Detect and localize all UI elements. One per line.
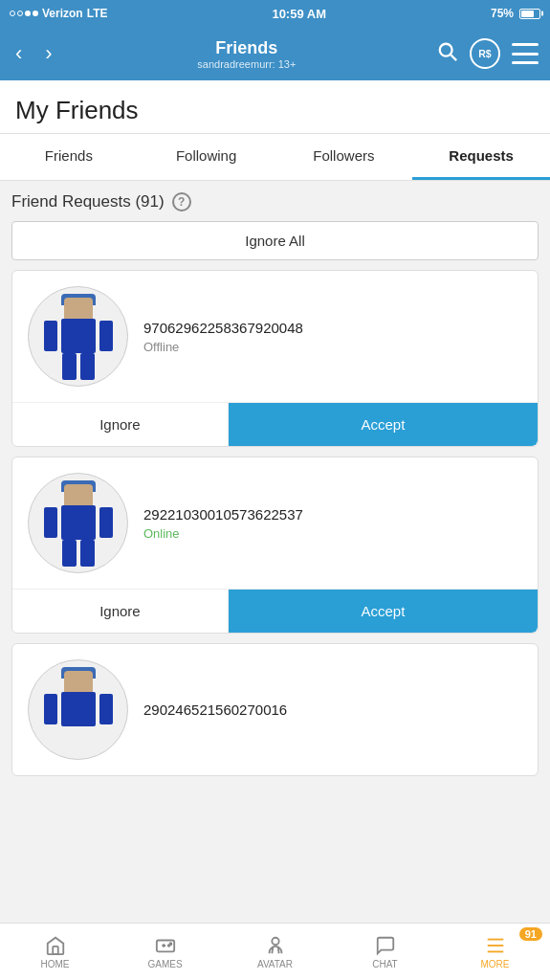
tab-following[interactable]: Following [138,134,275,180]
request-username-3: 290246521560270016 [143,702,522,718]
dot2 [17,11,23,16]
tab-friends[interactable]: Friends [0,134,138,180]
request-card-3-partial: 290246521560270016 [11,643,539,776]
accept-button-1[interactable]: Accept [229,403,538,446]
nav-games-label: GAMES [147,959,182,969]
request-details-2: 29221030010573622537 Online [143,506,522,541]
ignore-button-1[interactable]: Ignore [12,403,229,446]
page-title: My Friends [0,80,550,134]
menu-line2 [512,53,539,56]
svg-line-9 [277,947,278,952]
roblox-figure-3 [40,667,117,753]
roblox-figure-1 [40,294,117,380]
nav-chat[interactable]: CHAT [330,924,440,980]
request-info-2: 29221030010573622537 Online [12,457,538,589]
chat-icon [375,935,396,956]
avatar-icon [265,935,286,956]
status-bar: Verizon LTE 10:59 AM 75% [0,0,550,27]
request-actions-2: Ignore Accept [12,589,538,633]
request-card-2: 29221030010573622537 Online Ignore Accep… [11,457,539,634]
nav-more[interactable]: MORE 91 [440,924,550,980]
header: ‹ › Friends sandradreemurr: 13+ R$ [0,27,550,80]
page-header-title: Friends [197,38,296,58]
menu-icon[interactable] [512,43,539,64]
tab-followers[interactable]: Followers [275,134,413,180]
request-details-1: 97062962258367920048 Offline [143,320,522,354]
home-icon [45,935,66,956]
info-icon[interactable]: ? [172,192,191,212]
nav-more-badge: 91 [519,927,542,941]
back-button[interactable]: ‹ [11,41,26,66]
menu-line1 [512,43,539,46]
dot1 [10,11,15,16]
battery-icon [519,9,540,19]
request-username-2: 29221030010573622537 [143,506,522,523]
nav-avatar[interactable]: AVATAR [220,924,330,980]
request-card: 97062962258367920048 Offline Ignore Acce… [11,270,539,447]
bottom-nav: HOME GAMES AVATAR CHAT MORE 91 [0,923,550,980]
svg-text:R$: R$ [478,48,492,59]
battery-percent: 75% [491,7,514,20]
svg-line-8 [272,947,273,952]
request-username-1: 97062962258367920048 [143,320,522,336]
friend-requests-heading: Friend Requests (91) [11,192,165,212]
tab-requests[interactable]: Requests [412,134,550,180]
menu-line3 [512,61,539,64]
svg-rect-3 [53,946,58,953]
avatar-2 [28,473,128,573]
games-icon [155,935,176,956]
forward-button[interactable]: › [41,41,55,66]
request-status-1: Offline [143,340,522,354]
network: LTE [87,7,108,20]
nav-more-label: MORE [481,959,510,969]
svg-point-6 [169,943,171,945]
more-icon [485,935,506,956]
header-title: Friends sandradreemurr: 13+ [197,38,296,70]
status-time: 10:59 AM [272,7,326,21]
section-header: Friend Requests (91) ? [11,192,539,212]
request-actions-1: Ignore Accept [12,402,538,446]
nav-avatar-label: AVATAR [257,959,293,969]
request-details-3: 290246521560270016 [143,702,522,718]
nav-home[interactable]: HOME [0,924,110,980]
content: Friend Requests (91) ? Ignore All 970629… [0,181,550,864]
robux-icon[interactable]: R$ [470,38,500,69]
signal-dots [10,11,38,16]
search-button[interactable] [437,41,458,67]
dot3 [25,11,31,16]
svg-point-0 [440,43,452,56]
carrier: Verizon [42,7,83,20]
avatar-3 [28,659,128,760]
request-status-2: Online [143,526,522,541]
request-info-1: 97062962258367920048 Offline [12,271,538,402]
ignore-button-2[interactable]: Ignore [12,590,229,633]
ignore-all-button[interactable]: Ignore All [11,221,539,260]
header-icons: R$ [437,38,539,69]
nav-chat-label: CHAT [372,959,397,969]
page-header-subtitle: sandradreemurr: 13+ [197,58,296,70]
dot4 [33,11,38,16]
nav-home-label: HOME [41,959,70,969]
status-right: 75% [491,7,540,20]
accept-button-2[interactable]: Accept [229,590,538,633]
tabs: Friends Following Followers Requests [0,134,550,181]
battery-fill [521,11,535,17]
svg-point-7 [272,937,278,944]
nav-games[interactable]: GAMES [110,924,220,980]
header-nav: ‹ › [11,41,56,66]
roblox-figure-2 [40,480,117,567]
status-left: Verizon LTE [10,7,107,20]
avatar-1 [28,286,128,387]
svg-line-1 [451,55,456,60]
